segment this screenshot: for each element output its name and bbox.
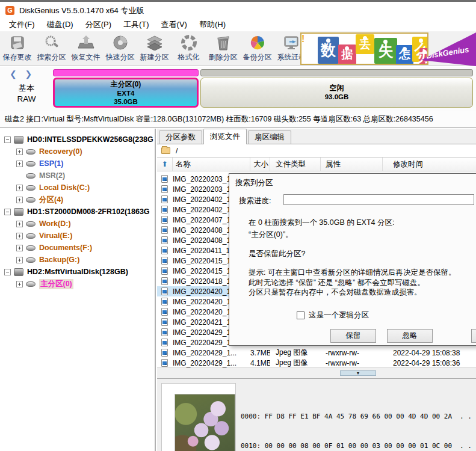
tree-node[interactable]: HD0:INTELSSDPEKKW256G8(238G — [0, 133, 155, 146]
partition-block-primary[interactable]: 主分区(0) EXT4 35.0GB — [53, 69, 199, 108]
keep-button[interactable]: 保留 — [330, 329, 376, 343]
disk-tree: HD0:INTELSSDPEKKW256G8(238G Recovery(0) … — [0, 129, 156, 451]
tree-node-label: Work(D:) — [39, 219, 71, 228]
tab-browse-files[interactable]: 浏览文件 — [203, 129, 247, 144]
disk-icon — [26, 257, 36, 263]
file-row[interactable]: IMG_20220429_1... 3.7MB Jpeg 图像 -rwxrw-r… — [157, 348, 476, 358]
tree-node[interactable]: Backup(G:) — [0, 254, 155, 266]
partition-size: 35.0GB — [55, 97, 197, 106]
hex-ascii: . . — [460, 442, 472, 450]
header-type[interactable]: 文件类型 — [270, 158, 321, 171]
disk-icon — [26, 185, 36, 191]
backup-partition-button[interactable]: 备份分区 — [240, 31, 274, 66]
diskgenius-window: G DiskGenius V5.5.0.1470 x64 专业版 文件(F)磁盘… — [0, 0, 476, 451]
partition-size: 93.0GB — [201, 93, 472, 101]
tree-node[interactable]: Virual(E:) — [0, 230, 155, 242]
image-file-icon — [161, 236, 168, 244]
partition-block-free[interactable]: 空闲 93.0GB — [200, 69, 473, 108]
tree-node[interactable]: Work(D:) — [0, 218, 155, 230]
disk-nav-arrows[interactable]: ❮ ❯ — [10, 69, 35, 79]
hex-dump[interactable]: 0000: FF D8 FF E1 BF 4A 45 78 69 66 00 0… — [241, 384, 476, 451]
new-partition-button[interactable]: 新建分区 — [137, 31, 172, 66]
header-attr[interactable]: 属性 — [321, 158, 383, 171]
menu-item[interactable]: 查看(V) — [155, 18, 193, 31]
tree-node-label: 主分区(0) — [39, 279, 73, 289]
expand-toggle-icon[interactable] — [16, 245, 23, 251]
expand-toggle-icon[interactable] — [4, 209, 11, 215]
magnifier-icon — [43, 34, 61, 52]
menu-item[interactable]: 帮助(H) — [193, 18, 232, 31]
menu-item[interactable]: 工具(T) — [117, 18, 155, 31]
tree-node-label: MSR(2) — [39, 171, 65, 180]
ad-banner[interactable]: 数据丢失怎么办! — [300, 32, 428, 65]
sort-arrow-icon[interactable]: ⬆ — [157, 158, 173, 171]
disk-icon — [26, 173, 36, 179]
header-time[interactable]: 修改时间 — [383, 158, 476, 171]
menu-bar: 文件(F)磁盘(D)分区(P)工具(T)查看(V)帮助(H) — [0, 18, 476, 31]
image-file-icon — [161, 216, 168, 224]
recover-files-button[interactable]: 恢复文件 — [69, 31, 103, 66]
search-partition-button[interactable]: 搜索分区 — [34, 31, 69, 66]
monitor-arrow-icon — [283, 34, 301, 52]
partition-overview: ❮ ❯ 基本 RAW 主分区(0) EXT4 35.0GB 空闲 93.0GB — [0, 67, 476, 111]
banner-tag: 数 — [318, 37, 339, 64]
image-file-icon — [161, 226, 168, 234]
tree-node[interactable]: MSR(2) — [0, 170, 155, 182]
toolbar-button-label: 搜索分区 — [37, 52, 66, 63]
collapse-handle[interactable]: ▼ — [340, 370, 376, 376]
expand-toggle-icon[interactable] — [16, 185, 23, 191]
hex-row: 0000: FF D8 FF E1 BF 4A 45 78 69 66 00 0… — [241, 413, 476, 420]
expand-toggle-icon[interactable] — [4, 137, 11, 143]
expand-toggle-icon[interactable] — [16, 257, 23, 263]
tree-node-label: ESP(1) — [39, 159, 63, 168]
delete-partition-button[interactable]: 删除分区 — [206, 31, 240, 66]
partition-found-dialog: 搜索到分区 搜索进度: 在 0 柱面搜索到一个 35.0GB 的 EXT4 分区… — [229, 173, 476, 346]
tree-node[interactable]: Recovery(0) — [0, 146, 155, 158]
header-name[interactable]: 名称 — [173, 158, 250, 171]
disk-icon — [14, 268, 23, 276]
brand-name: DiskGenius — [425, 44, 469, 60]
image-thumbnail — [175, 394, 235, 451]
image-file-icon — [161, 257, 168, 265]
disk-icon — [14, 136, 23, 144]
tab-sector-edit[interactable]: 扇区编辑 — [248, 130, 291, 144]
tree-node[interactable]: ESP(1) — [0, 158, 155, 170]
expand-toggle-icon[interactable] — [16, 161, 23, 167]
path-bar: / — [157, 144, 476, 158]
menu-item[interactable]: 文件(F) — [3, 18, 41, 31]
tree-node[interactable]: Documents(F:) — [0, 242, 155, 254]
header-size[interactable]: 大小 — [250, 158, 270, 171]
expand-toggle-icon[interactable] — [4, 269, 11, 275]
menu-item[interactable]: 分区(P) — [79, 18, 117, 31]
expand-toggle-icon[interactable] — [16, 149, 23, 155]
tree-node[interactable]: HD1:ST2000DM008-2FR102(1863G — [0, 206, 155, 218]
image-file-icon — [161, 175, 168, 183]
expand-toggle-icon[interactable] — [16, 221, 23, 227]
tree-node-label: HD1:ST2000DM008-2FR102(1863G — [27, 207, 150, 216]
expand-toggle-icon[interactable] — [16, 233, 23, 239]
menu-item[interactable]: 磁盘(D) — [41, 18, 79, 31]
keep-all-button-partial[interactable]: 保 — [471, 329, 476, 343]
file-name: IMG_20220429_1... — [173, 349, 250, 357]
quick-partition-button[interactable]: 快速分区 — [103, 31, 137, 66]
tab-partition-params[interactable]: 分区参数 — [159, 130, 202, 144]
image-file-icon — [161, 298, 168, 305]
ignore-button[interactable]: 忽略 — [387, 329, 433, 343]
expand-toggle-icon[interactable] — [16, 173, 23, 179]
toolbar: 保存更改 搜索分区 恢复文件 快速分区 新建分区 — [0, 31, 476, 66]
hex-offset: 0010: — [241, 442, 261, 450]
tree-node[interactable]: HD2:MsftVirtualDisk(128GB) — [0, 266, 155, 278]
found-message-line2: “主分区(0)”。 — [249, 230, 293, 240]
expand-toggle-icon[interactable] — [16, 197, 23, 203]
logical-partition-checkbox[interactable] — [297, 311, 304, 319]
tree-node[interactable]: 分区(4) — [0, 194, 155, 206]
preview-splitter[interactable]: ▼ — [157, 367, 476, 378]
disk-icon — [26, 149, 36, 155]
format-button[interactable]: 格式化 — [172, 31, 206, 66]
file-row[interactable]: IMG_20220429_1... 4.1MB Jpeg 图像 -rwxrw-r… — [157, 358, 476, 367]
expand-toggle-icon[interactable] — [16, 281, 23, 287]
tree-node[interactable]: 主分区(0) — [0, 278, 155, 290]
checkbox-label: 这是一个逻辑分区 — [309, 310, 369, 321]
tree-node[interactable]: Local Disk(C:) — [0, 182, 155, 194]
save-changes-button[interactable]: 保存更改 — [0, 31, 34, 66]
